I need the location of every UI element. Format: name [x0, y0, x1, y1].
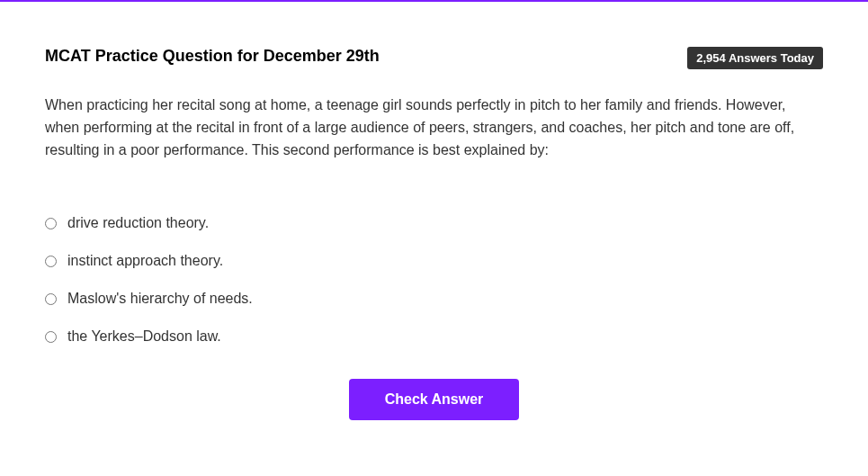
check-answer-button[interactable]: Check Answer [349, 379, 520, 420]
question-title: MCAT Practice Question for December 29th [45, 47, 380, 66]
option-c-radio[interactable] [45, 293, 57, 305]
question-text: When practicing her recital song at home… [45, 94, 823, 161]
option-a-radio[interactable] [45, 218, 57, 229]
question-card: MCAT Practice Question for December 29th… [0, 2, 868, 456]
option-a[interactable]: drive reduction theory. [45, 215, 823, 231]
answers-today-badge: 2,954 Answers Today [687, 47, 823, 69]
option-d-label: the Yerkes–Dodson law. [67, 328, 221, 345]
option-b-label: instinct approach theory. [67, 253, 223, 269]
header-row: MCAT Practice Question for December 29th… [45, 47, 823, 69]
option-d-radio[interactable] [45, 331, 57, 343]
option-a-label: drive reduction theory. [67, 215, 209, 231]
button-row: Check Answer [45, 379, 823, 420]
option-d[interactable]: the Yerkes–Dodson law. [45, 328, 823, 345]
option-c[interactable]: Maslow's hierarchy of needs. [45, 291, 823, 307]
option-c-label: Maslow's hierarchy of needs. [67, 291, 253, 307]
option-b[interactable]: instinct approach theory. [45, 253, 823, 269]
option-b-radio[interactable] [45, 256, 57, 267]
options-list: drive reduction theory. instinct approac… [45, 215, 823, 345]
